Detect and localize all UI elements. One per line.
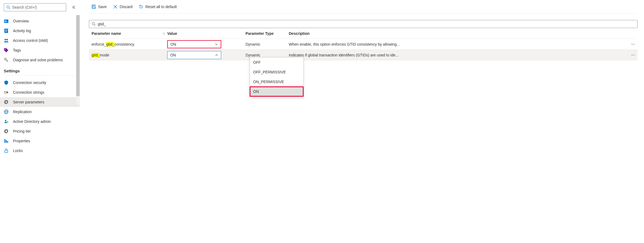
svg-rect-3	[5, 21, 6, 21]
svg-point-9	[5, 39, 6, 40]
chevron-up-icon	[215, 53, 218, 57]
sidebar-item-label: Tags	[13, 48, 21, 52]
parameter-name-cell: enforce_gtid_consistency	[89, 42, 167, 46]
parameter-filter-input[interactable]: gtid_	[89, 20, 638, 28]
sidebar-item-overview[interactable]: Overview	[0, 16, 80, 26]
conn-icon	[4, 90, 9, 95]
dropdown-option-off_permissive[interactable]: OFF_PERMISSIVE	[250, 67, 303, 77]
sidebar-item-diagnose-and-solve-problems[interactable]: Diagnose and solve problems	[0, 55, 80, 65]
parameter-value-cell: ON	[167, 51, 246, 59]
shield-icon	[4, 80, 9, 85]
main-content: Save Discard Reset all to default gtid_ …	[80, 0, 644, 243]
sidebar-section-settings: Settings	[0, 65, 80, 75]
scrollbar-thumb[interactable]	[76, 15, 80, 96]
svg-rect-22	[5, 150, 8, 153]
parameter-name-cell: gtid_mode	[89, 53, 167, 57]
parameter-value-cell: ON	[167, 40, 246, 48]
discard-button[interactable]: Discard	[110, 3, 135, 11]
column-header-value[interactable]: Value	[167, 31, 246, 36]
row-more-button[interactable]: ···	[629, 53, 638, 57]
value-select-text: ON	[170, 53, 176, 57]
overview-icon	[4, 19, 9, 23]
collapse-sidebar-button[interactable]	[70, 4, 78, 11]
parameters-grid: Parameter name ↑↓ Value Parameter Type D…	[89, 28, 638, 60]
sidebar-item-connection-security[interactable]: Connection security	[0, 78, 80, 87]
value-select[interactable]: ON	[167, 40, 221, 48]
sidebar-item-replication[interactable]: Replication	[0, 107, 80, 117]
svg-rect-2	[4, 19, 8, 23]
svg-line-1	[9, 8, 10, 9]
highlight-match: gtid_	[106, 42, 114, 46]
highlight-match: gtid_	[92, 53, 100, 57]
sidebar: Search (Ctrl+/) OverviewActivity logAcce…	[0, 0, 80, 243]
log-icon	[4, 28, 9, 33]
parameter-desc-cell: When enable, this option enforces GTID c…	[289, 42, 629, 46]
globe-icon	[4, 109, 9, 114]
row-more-button[interactable]: ···	[629, 42, 638, 46]
sidebar-item-connection-strings[interactable]: Connection strings	[0, 87, 80, 97]
sidebar-item-activity-log[interactable]: Activity log	[0, 26, 80, 36]
parameter-desc-cell: Indicates if global transaction identifi…	[289, 53, 629, 57]
sidebar-item-properties[interactable]: Properties	[0, 136, 80, 146]
aad-icon	[4, 119, 9, 124]
svg-line-29	[94, 25, 95, 26]
sidebar-item-label: Replication	[13, 110, 32, 114]
sidebar-item-label: Connection strings	[13, 90, 44, 94]
sort-icon: ↑↓	[162, 32, 167, 35]
svg-point-0	[7, 6, 9, 8]
sidebar-item-server-parameters[interactable]: Server parameters	[0, 97, 80, 107]
parameter-type-cell: Dynamic	[246, 53, 289, 57]
value-select-text: ON	[170, 42, 176, 46]
sidebar-item-label: Diagnose and solve problems	[13, 58, 63, 62]
search-icon	[6, 5, 11, 9]
column-header-name-label: Parameter name	[92, 31, 121, 36]
sidebar-item-tags[interactable]: Tags	[0, 45, 80, 55]
column-header-desc[interactable]: Description	[289, 31, 629, 36]
dropdown-option-off[interactable]: OFF	[250, 58, 303, 67]
sidebar-search-placeholder: Search (Ctrl+/)	[12, 5, 37, 9]
svg-point-28	[92, 22, 95, 25]
svg-point-18	[6, 121, 8, 123]
sidebar-item-label: Pricing tier	[13, 129, 31, 133]
sidebar-item-label: Properties	[13, 139, 30, 143]
sidebar-search-input[interactable]: Search (Ctrl+/)	[4, 3, 66, 11]
grid-header-row: Parameter name ↑↓ Value Parameter Type D…	[89, 28, 638, 39]
props-icon	[4, 139, 9, 143]
column-header-type[interactable]: Parameter Type	[246, 31, 289, 36]
parameter-name: gtid_mode	[92, 53, 109, 57]
sidebar-item-label: Activity log	[13, 29, 31, 33]
reset-label: Reset all to default	[145, 5, 177, 9]
sidebar-item-label: Active Directory admin	[13, 119, 51, 124]
sidebar-item-label: Connection security	[13, 80, 46, 85]
search-icon	[92, 22, 96, 26]
dropdown-option-on_permissive[interactable]: ON_PERMISSIVE	[250, 77, 303, 87]
sidebar-item-pricing-tier[interactable]: Pricing tier	[0, 126, 80, 136]
sidebar-item-access-control-iam-[interactable]: Access control (IAM)	[0, 36, 80, 45]
close-icon	[113, 5, 118, 9]
sidebar-item-label: Access control (IAM)	[13, 38, 48, 43]
sidebar-item-label: Overview	[13, 19, 29, 23]
iam-icon	[4, 38, 9, 43]
table-row: enforce_gtid_consistencyONDynamicWhen en…	[89, 39, 638, 50]
value-select[interactable]: ON	[167, 51, 221, 59]
svg-rect-25	[93, 7, 95, 9]
lock-icon	[4, 148, 9, 153]
dropdown-option-on[interactable]: ON	[250, 87, 303, 96]
tag-icon	[4, 48, 9, 53]
column-header-name[interactable]: Parameter name ↑↓	[89, 31, 167, 36]
filter-value: gtid_	[98, 22, 106, 26]
parameter-name: enforce_gtid_consistency	[92, 42, 134, 46]
sidebar-item-locks[interactable]: Locks	[0, 146, 80, 156]
chevron-double-left-icon	[72, 5, 76, 9]
sidebar-item-active-directory-admin[interactable]: Active Directory admin	[0, 117, 80, 126]
gear-icon	[4, 100, 9, 104]
sidebar-item-label: Server parameters	[13, 100, 44, 104]
save-button[interactable]: Save	[89, 3, 109, 11]
svg-point-17	[5, 120, 6, 121]
svg-point-10	[6, 39, 8, 40]
svg-rect-21	[7, 141, 8, 143]
svg-rect-24	[93, 5, 94, 6]
svg-point-11	[5, 49, 6, 50]
reset-button[interactable]: Reset all to default	[136, 3, 179, 11]
svg-rect-20	[6, 140, 6, 143]
